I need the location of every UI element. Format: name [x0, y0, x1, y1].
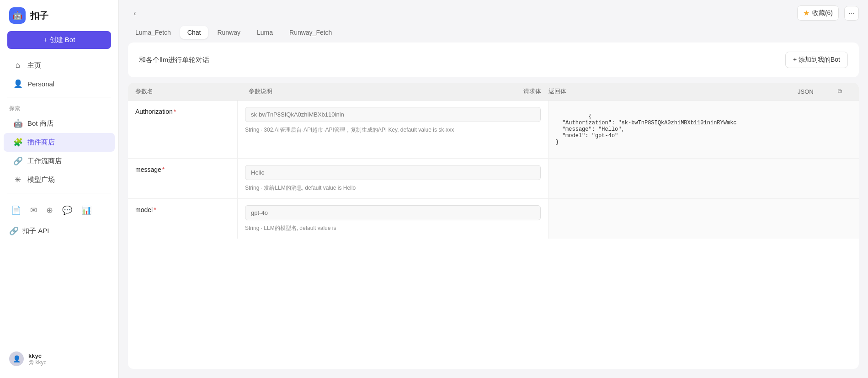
sidebar-item-bot-store[interactable]: 🤖 Bot 商店 — [4, 114, 115, 133]
json-content-authorization: { "Authorization": "sk-bwTnP8SIQkA0zhiMB… — [556, 113, 737, 145]
param-name-authorization: Authorization* — [128, 101, 238, 158]
create-bot-button[interactable]: + 创建 Bot — [7, 31, 111, 49]
sidebar-api-link[interactable]: 🔗 扣子 API — [0, 222, 118, 240]
tab-label: Luma — [257, 29, 273, 36]
chart-icon[interactable]: 📊 — [80, 203, 93, 217]
plugin-store-icon: 🧩 — [13, 138, 23, 147]
tab-luma-fetch[interactable]: Luma_Fetch — [128, 26, 178, 39]
logo-text: 扣子 — [30, 10, 48, 22]
sidebar-divider — [7, 97, 111, 97]
favorite-label: 收藏(6) — [812, 9, 833, 17]
authorization-desc: String · 302.AI管理后台-API超市-API管理，复制生成的API… — [245, 126, 541, 134]
person-icon: 👤 — [13, 79, 23, 89]
required-star: * — [174, 108, 176, 115]
topbar: ‹ ★ 收藏(6) ··· — [119, 0, 868, 26]
logo-area: 🤖 扣子 — [0, 7, 118, 31]
description-card: 和各个llm进行单轮对话 + 添加到我的Bot — [128, 43, 859, 77]
sidebar: 🤖 扣子 + 创建 Bot ⌂ 主页 👤 Personal 探索 🤖 Bot 商… — [0, 0, 119, 378]
header-json-label: JSON — [798, 88, 834, 95]
authorization-input[interactable] — [245, 107, 541, 122]
header-right: 请求体 返回体 — [523, 87, 794, 96]
sidebar-item-label: Bot 商店 — [27, 119, 53, 128]
add-circle-icon[interactable]: ⊕ — [44, 203, 55, 217]
favorite-button[interactable]: ★ 收藏(6) — [797, 5, 839, 21]
tab-label: Chat — [187, 29, 201, 36]
star-icon: ★ — [803, 9, 809, 17]
create-bot-label: + 创建 Bot — [43, 36, 75, 44]
logo-icon: 🤖 — [9, 7, 26, 24]
description-text: 和各个llm进行单轮对话 — [139, 56, 209, 64]
params-row-message: message* String · 发给LLM的消息, default valu… — [128, 159, 859, 199]
mail-icon[interactable]: ✉ — [28, 203, 39, 217]
sidebar-item-personal[interactable]: 👤 Personal — [4, 75, 115, 93]
tab-chat[interactable]: Chat — [180, 26, 208, 39]
model-desc: String · LLM的模型名, default value is — [245, 224, 541, 232]
params-table-header: 参数名 参数说明 请求体 返回体 JSON ⧉ — [128, 83, 859, 101]
sidebar-item-label: Personal — [27, 80, 54, 88]
bot-store-icon: 🤖 — [13, 119, 23, 128]
param-name-model: model* — [128, 199, 238, 239]
param-input-message: String · 发给LLM的消息, default value is Hell… — [238, 159, 548, 198]
topbar-left: ‹ — [128, 6, 142, 20]
avatar: 👤 — [9, 351, 24, 366]
back-button[interactable]: ‹ — [128, 6, 142, 20]
tab-runway-fetch[interactable]: Runway_Fetch — [282, 26, 339, 39]
param-input-authorization: String · 302.AI管理后台-API超市-API管理，复制生成的API… — [238, 101, 548, 158]
params-table-card: 参数名 参数说明 请求体 返回体 JSON ⧉ Authorization* S… — [128, 83, 859, 369]
sidebar-bottom-icons: 📄 ✉ ⊕ 💬 📊 — [0, 199, 118, 222]
sidebar-api-label: 扣子 API — [22, 227, 49, 235]
user-name: kkyc — [28, 352, 47, 359]
model-input[interactable] — [245, 205, 541, 220]
tabs-bar: Luma_Fetch Chat Runway Luma Runway_Fetch — [119, 26, 868, 43]
topbar-right: ★ 收藏(6) ··· — [797, 5, 859, 21]
tab-label: Runway — [217, 29, 240, 36]
add-to-my-bot-button[interactable]: + 添加到我的Bot — [785, 52, 848, 68]
tab-label: Luma_Fetch — [135, 29, 171, 36]
header-response-body: 返回体 — [548, 87, 566, 96]
copy-icon[interactable]: ⧉ — [838, 88, 852, 95]
sidebar-item-plugin-store[interactable]: 🧩 插件商店 — [4, 133, 115, 152]
content-area: 和各个llm进行单轮对话 + 添加到我的Bot 参数名 参数说明 请求体 返回体… — [119, 43, 868, 378]
sidebar-item-label: 工作流商店 — [27, 157, 62, 165]
document-icon[interactable]: 📄 — [9, 203, 23, 217]
home-icon: ⌂ — [13, 61, 23, 70]
sidebar-item-label: 主页 — [27, 61, 41, 70]
sidebar-item-workflow-store[interactable]: 🔗 工作流商店 — [4, 152, 115, 170]
sidebar-item-label: 插件商店 — [27, 138, 55, 147]
tab-runway[interactable]: Runway — [210, 26, 248, 39]
sidebar-divider-2 — [7, 193, 111, 193]
tab-label: Runway_Fetch — [289, 29, 332, 36]
tab-luma[interactable]: Luma — [250, 26, 280, 39]
more-button[interactable]: ··· — [844, 6, 859, 21]
param-json-authorization: { "Authorization": "sk-bwTnP8SIQkA0zhiMB… — [548, 101, 859, 158]
header-request-body: 请求体 — [523, 87, 541, 96]
user-info: kkyc @ kkyc — [28, 352, 47, 366]
message-input[interactable] — [245, 165, 541, 180]
ellipsis-icon: ··· — [848, 9, 854, 17]
chat-bubble-icon[interactable]: 💬 — [60, 203, 74, 217]
params-row-model: model* String · LLM的模型名, default value i… — [128, 199, 859, 239]
sidebar-item-model-square[interactable]: ✳ 模型广场 — [4, 170, 115, 189]
header-param-desc: 参数说明 — [249, 87, 520, 96]
explore-section-title: 探索 — [0, 101, 118, 114]
add-bot-label: + 添加到我的Bot — [793, 56, 840, 64]
param-input-model: String · LLM的模型名, default value is — [238, 199, 548, 239]
required-star: * — [162, 166, 165, 173]
sidebar-item-label: 模型广场 — [27, 176, 55, 184]
api-link-icon: 🔗 — [9, 226, 19, 236]
user-profile[interactable]: 👤 kkyc @ kkyc — [0, 347, 118, 371]
main-content: ‹ ★ 收藏(6) ··· Luma_Fetch Chat Runway Lum… — [119, 0, 868, 378]
message-desc: String · 发给LLM的消息, default value is Hell… — [245, 184, 541, 192]
workflow-store-icon: 🔗 — [13, 156, 23, 166]
chevron-left-icon: ‹ — [133, 9, 136, 17]
sidebar-item-home[interactable]: ⌂ 主页 — [4, 56, 115, 75]
param-json-message — [548, 159, 859, 198]
params-row-authorization: Authorization* String · 302.AI管理后台-API超市… — [128, 101, 859, 159]
param-json-model — [548, 199, 859, 239]
user-handle: @ kkyc — [28, 359, 47, 366]
model-square-icon: ✳ — [13, 175, 23, 185]
header-param-name: 参数名 — [135, 87, 245, 96]
required-star: * — [154, 206, 156, 213]
param-name-message: message* — [128, 159, 238, 198]
